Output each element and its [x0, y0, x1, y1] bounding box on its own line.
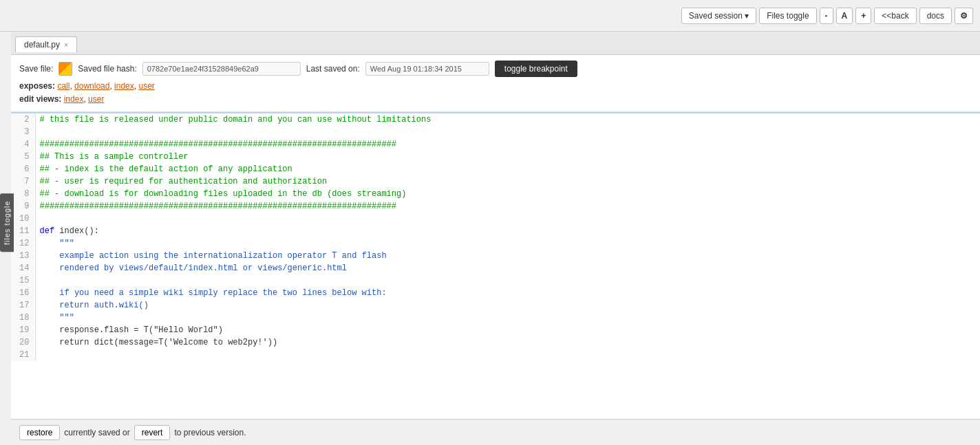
code-table: 2# this file is released under public do…: [11, 113, 980, 361]
bottom-end-text: to previous version.: [174, 428, 246, 437]
code-line-content: rendered by views/default/index.html or …: [35, 262, 980, 274]
line-number: 16: [11, 287, 35, 299]
bottom-middle-text: currently saved or: [64, 428, 129, 437]
table-row: 6## - index is the default action of any…: [11, 163, 980, 175]
line-number: 19: [11, 324, 35, 336]
line-number: 14: [11, 262, 35, 274]
files-toggle-button[interactable]: Files toggle: [759, 8, 816, 24]
exposes-link-download[interactable]: download: [74, 81, 109, 91]
table-row: 11def index():: [11, 225, 980, 237]
save-file-label: Save file:: [19, 64, 53, 74]
code-line-content: # this file is released under public dom…: [35, 113, 980, 126]
code-line-content: """: [35, 237, 980, 250]
code-line-content: ## - user is required for authentication…: [35, 175, 980, 188]
code-line-content: return dict(message=T('Welcome to web2py…: [35, 336, 980, 349]
table-row: 4#######################################…: [11, 138, 980, 151]
tab-close-icon[interactable]: ×: [64, 41, 68, 49]
line-number: 6: [11, 163, 35, 175]
code-line-content: ## - download is for downloading files u…: [35, 188, 980, 200]
main-area: default.py × Save file: Saved file hash:…: [11, 32, 980, 445]
table-row: 8## - download is for downloading files …: [11, 188, 980, 200]
table-row: 12 """: [11, 237, 980, 250]
table-row: 14 rendered by views/default/index.html …: [11, 262, 980, 274]
settings-button[interactable]: ⚙: [955, 8, 973, 24]
tab-filename: default.py: [24, 40, 60, 50]
increase-font-button[interactable]: +: [855, 8, 871, 24]
code-line-content: ## This is a sample controller: [35, 151, 980, 163]
edit-views-row: edit views: index, user: [19, 93, 972, 106]
edit-views-link-user[interactable]: user: [88, 94, 104, 104]
last-saved-input[interactable]: [365, 62, 489, 76]
table-row: 13 example action using the internationa…: [11, 250, 980, 262]
font-size-button[interactable]: A: [836, 8, 853, 24]
line-number: 12: [11, 237, 35, 250]
edit-views-link-index[interactable]: index: [64, 94, 84, 104]
code-line-content: response.flash = T("Hello World"): [35, 324, 980, 336]
toggle-breakpoint-button[interactable]: toggle breakpoint: [495, 61, 577, 77]
table-row: 3: [11, 126, 980, 138]
hash-label: Saved file hash:: [78, 64, 136, 74]
docs-button[interactable]: docs: [919, 8, 952, 24]
table-row: 17 return auth.wiki(): [11, 299, 980, 312]
last-saved-label: Last saved on:: [306, 64, 360, 74]
line-number: 10: [11, 213, 35, 225]
line-number: 21: [11, 349, 35, 361]
exposes-link-index[interactable]: index: [114, 81, 134, 91]
table-row: 15: [11, 274, 980, 287]
line-number: 3: [11, 126, 35, 138]
decrease-font-button[interactable]: -: [820, 8, 833, 24]
code-line-content: ########################################…: [35, 200, 980, 213]
line-number: 2: [11, 113, 35, 126]
exposes-row: exposes: call, download, index, user: [19, 80, 972, 93]
exposes-label: exposes:: [19, 81, 55, 91]
table-row: 18 """: [11, 312, 980, 324]
table-row: 20 return dict(message=T('Welcome to web…: [11, 336, 980, 349]
file-tab[interactable]: default.py ×: [15, 36, 77, 52]
code-line-content: ########################################…: [35, 138, 980, 151]
code-editor[interactable]: 2# this file is released under public do…: [11, 112, 980, 419]
edit-views-label: edit views:: [19, 94, 61, 104]
exposes-link-user[interactable]: user: [138, 81, 154, 91]
code-line-content: example action using the internationaliz…: [35, 250, 980, 262]
line-number: 15: [11, 274, 35, 287]
file-info-row1: Save file: Saved file hash: Last saved o…: [19, 61, 972, 77]
line-number: 4: [11, 138, 35, 151]
code-line-content: return auth.wiki(): [35, 299, 980, 312]
table-row: 16 if you need a simple wiki simply repl…: [11, 287, 980, 299]
table-row: 21: [11, 349, 980, 361]
revert-button[interactable]: revert: [134, 425, 171, 440]
tab-bar: default.py ×: [11, 32, 980, 55]
edit-views-links: index, user: [64, 94, 105, 104]
code-line-content: [35, 349, 980, 361]
back-button[interactable]: <<back: [874, 8, 916, 24]
table-row: 7## - user is required for authenticatio…: [11, 175, 980, 188]
bottom-bar: restore currently saved or revert to pre…: [11, 419, 980, 445]
saved-session-button[interactable]: Saved session: [681, 8, 756, 24]
files-toggle-sidebar[interactable]: files toggle: [0, 193, 14, 252]
code-line-content: ## - index is the default action of any …: [35, 163, 980, 175]
line-number: 17: [11, 299, 35, 312]
table-row: 10: [11, 213, 980, 225]
code-line-content: [35, 126, 980, 138]
line-number: 18: [11, 312, 35, 324]
line-number: 13: [11, 250, 35, 262]
exposes-link-call[interactable]: call: [57, 81, 70, 91]
line-number: 5: [11, 151, 35, 163]
code-line-content: def index():: [35, 225, 980, 237]
code-line-content: if you need a simple wiki simply replace…: [35, 287, 980, 299]
table-row: 19 response.flash = T("Hello World"): [11, 324, 980, 336]
file-icon: [58, 62, 72, 76]
line-number: 11: [11, 225, 35, 237]
top-toolbar: Saved session Files toggle - A + <<back …: [0, 0, 980, 32]
hash-input[interactable]: [142, 62, 301, 76]
exposes-links: call, download, index, user: [57, 81, 154, 91]
line-number: 7: [11, 175, 35, 188]
code-line-content: """: [35, 312, 980, 324]
file-info-bar: Save file: Saved file hash: Last saved o…: [11, 55, 980, 112]
line-number: 9: [11, 200, 35, 213]
table-row: 9#######################################…: [11, 200, 980, 213]
restore-button[interactable]: restore: [19, 425, 60, 440]
line-number: 8: [11, 188, 35, 200]
table-row: 2# this file is released under public do…: [11, 113, 980, 126]
code-line-content: [35, 274, 980, 287]
